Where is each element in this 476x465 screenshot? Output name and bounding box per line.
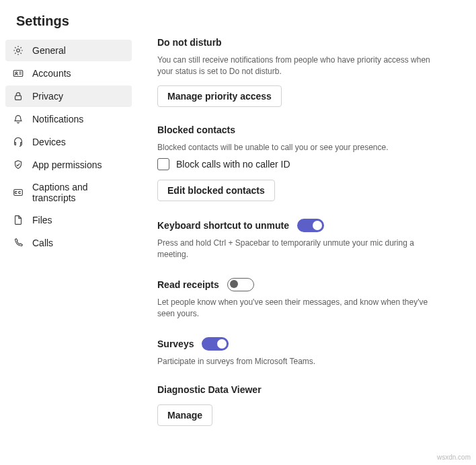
- block-no-caller-id-row[interactable]: Block calls with no caller ID: [157, 158, 456, 170]
- svg-rect-1: [13, 71, 23, 77]
- sidebar-item-label: General: [32, 45, 66, 56]
- dnd-title: Do not disturb: [157, 37, 222, 48]
- sidebar-item-general[interactable]: General: [5, 40, 132, 61]
- section-read-receipts: Read receipts Let people know when you'v…: [157, 278, 456, 320]
- phone-icon: [12, 237, 24, 249]
- diagnostic-manage-button[interactable]: Manage: [157, 404, 212, 426]
- sidebar-item-privacy[interactable]: Privacy: [5, 85, 132, 107]
- sidebar-item-captions[interactable]: Captions and transcripts: [5, 177, 132, 208]
- receipts-title: Read receipts: [157, 279, 219, 290]
- read-receipts-toggle[interactable]: [227, 278, 254, 291]
- sidebar-item-devices[interactable]: Devices: [5, 131, 132, 153]
- sidebar-item-label: Calls: [32, 238, 53, 248]
- svg-point-0: [17, 49, 20, 52]
- shield-icon: [12, 159, 24, 171]
- section-surveys: Surveys Participate in surveys from Micr…: [157, 337, 456, 367]
- page-title: Settings: [0, 0, 476, 37]
- section-diagnostic-data: Diagnostic Data Viewer Manage: [157, 384, 456, 426]
- sidebar-item-notifications[interactable]: Notifications: [5, 108, 132, 130]
- bell-icon: [12, 113, 24, 125]
- edit-blocked-contacts-button[interactable]: Edit blocked contacts: [157, 180, 275, 201]
- sidebar-item-label: Accounts: [32, 68, 71, 79]
- sidebar-item-calls[interactable]: Calls: [5, 232, 132, 254]
- dnd-desc: You can still receive notifications from…: [157, 55, 433, 77]
- sidebar-item-app-permissions[interactable]: App permissions: [5, 154, 132, 176]
- sidebar: General Accounts Privacy Notifications D: [0, 37, 137, 443]
- blocked-title: Blocked contacts: [157, 124, 235, 135]
- sidebar-item-label: Notifications: [32, 114, 83, 124]
- section-do-not-disturb: Do not disturb You can still receive not…: [157, 37, 456, 107]
- watermark: wsxdn.com: [437, 454, 471, 461]
- svg-rect-3: [15, 96, 22, 100]
- section-blocked-contacts: Blocked contacts Blocked contacts will b…: [157, 124, 456, 202]
- main-panel: Do not disturb You can still receive not…: [137, 37, 476, 443]
- blocked-desc: Blocked contacts will be unable to call …: [157, 142, 433, 153]
- svg-point-2: [15, 72, 17, 74]
- sidebar-item-files[interactable]: Files: [5, 209, 132, 231]
- block-no-caller-id-label: Block calls with no caller ID: [176, 159, 290, 170]
- surveys-title: Surveys: [157, 338, 194, 349]
- id-card-icon: [12, 67, 24, 79]
- surveys-desc: Participate in surveys from Microsoft Te…: [157, 356, 433, 367]
- headset-icon: [12, 136, 24, 148]
- sidebar-item-label: Privacy: [32, 91, 63, 102]
- sidebar-item-accounts[interactable]: Accounts: [5, 63, 132, 84]
- surveys-toggle[interactable]: [202, 337, 229, 351]
- sidebar-item-label: Devices: [32, 137, 66, 147]
- receipts-desc: Let people know when you've seen their m…: [157, 297, 433, 320]
- file-icon: [12, 214, 24, 226]
- keyboard-desc: Press and hold Ctrl + Spacebar to tempor…: [157, 238, 433, 260]
- diag-title: Diagnostic Data Viewer: [157, 384, 262, 395]
- keyboard-unmute-toggle[interactable]: [297, 219, 324, 232]
- sidebar-item-label: App permissions: [32, 159, 102, 170]
- gear-icon: [12, 44, 24, 57]
- sidebar-item-label: Files: [32, 215, 52, 225]
- section-keyboard-shortcut: Keyboard shortcut to unmute Press and ho…: [157, 219, 456, 260]
- manage-priority-access-button[interactable]: Manage priority access: [157, 85, 282, 107]
- block-no-caller-id-checkbox[interactable]: [157, 158, 169, 170]
- sidebar-item-label: Captions and transcripts: [32, 182, 125, 203]
- lock-icon: [12, 90, 24, 102]
- captions-icon: [12, 186, 24, 199]
- keyboard-title: Keyboard shortcut to unmute: [157, 220, 289, 231]
